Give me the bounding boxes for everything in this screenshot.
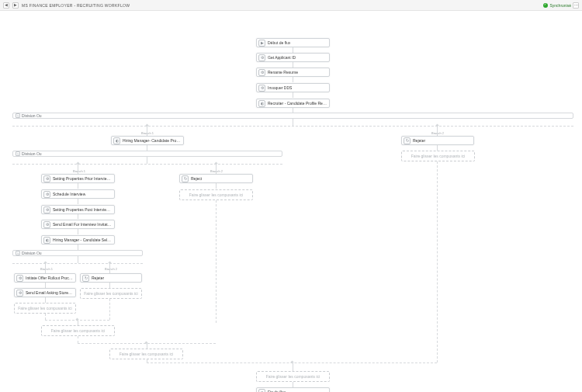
wrench-icon: ⚙ <box>43 175 50 182</box>
node-hiring-mgr-sel[interactable]: ◐Hiring Manager - Candidate Selection <box>41 235 115 245</box>
sync-status: Synchronisé <box>543 3 571 8</box>
node-send-email-store[interactable]: ⚙Send Email Asking Store Data... <box>14 288 76 297</box>
check-icon <box>543 3 548 8</box>
node-rejeter-1[interactable]: ↻Rejeter <box>401 136 474 145</box>
node-recruiter-review[interactable]: ◐Recruiter - Candidate Profile Review <box>256 99 330 108</box>
gear-icon: ⚙ <box>258 85 265 92</box>
node-schedule-interview[interactable]: ⚙Schedule Interview <box>41 189 115 199</box>
drop-zone[interactable]: Faire glisser les composants ici <box>179 189 253 200</box>
node-invoquer-dds[interactable]: ⚙Invoquer DDS <box>256 83 330 92</box>
sync-label: Synchronisé <box>549 3 571 8</box>
wrench-icon: ⚙ <box>43 206 50 213</box>
node-get-applicant[interactable]: ⚙Get Applicant ID <box>256 53 330 62</box>
reload-icon: ↻ <box>182 175 189 182</box>
node-end[interactable]: ■Fin de flux <box>256 387 330 392</box>
node-initiate-offer[interactable]: ⚙Initiate Offer Rollout Process <box>14 273 76 283</box>
wrench-icon: ⚙ <box>43 191 50 198</box>
user-icon: ◐ <box>113 137 120 144</box>
wrench-icon: ⚙ <box>16 290 23 297</box>
reload-icon: ↻ <box>404 137 411 144</box>
user-icon: ◐ <box>43 237 50 244</box>
top-toolbar: ◀ ▶ MS FINANCE EMPLOYER - RECRUITING WOR… <box>0 0 582 11</box>
node-set-props-post[interactable]: ⚙Setting Properties Post Interview Schec… <box>41 205 115 214</box>
node-reject[interactable]: ↻Reject <box>179 174 253 183</box>
node-start[interactable]: ▶Début de flux <box>256 38 330 47</box>
wrench-icon: ⚙ <box>16 275 23 282</box>
branch-icon: ⑂ <box>16 113 20 118</box>
drop-zone[interactable]: Faire glisser les composants ici <box>80 288 142 299</box>
wrench-icon: ⚙ <box>258 54 265 61</box>
branch-icon: ⑂ <box>16 151 20 156</box>
branch-label: Branch 2 <box>210 169 223 173</box>
drop-zone[interactable]: Faire glisser les composants ici <box>14 303 76 314</box>
stop-icon: ■ <box>258 389 265 393</box>
workflow-title: MS FINANCE EMPLOYER - RECRUITING WORKFLO… <box>22 3 130 8</box>
split-or-1[interactable]: ⑂Division Ou <box>12 113 573 119</box>
node-set-props-prior[interactable]: ⚙Setting Properties Prior Interview Sche… <box>41 174 115 183</box>
branch-label: Branch 1 <box>73 169 85 173</box>
split-or-3[interactable]: ⑂Division Ou <box>12 250 143 256</box>
play-icon: ▶ <box>258 40 265 47</box>
play-button[interactable]: ▶ <box>12 2 19 9</box>
settings-button[interactable]: ⋯ <box>573 2 579 9</box>
drop-zone[interactable]: Faire glisser les composants ici <box>109 349 183 359</box>
branch-label: Branch 1 <box>40 267 53 271</box>
node-rename-resume[interactable]: ⚙Rename Resume <box>256 68 330 77</box>
reload-icon: ↻ <box>82 275 89 282</box>
drop-zone[interactable]: Faire glisser les composants ici <box>401 151 475 161</box>
node-hiring-mgr-review[interactable]: ◐Hiring Manager- Candidate Profile Revi.… <box>111 136 184 145</box>
wrench-icon: ⚙ <box>258 69 265 76</box>
user-icon: ◐ <box>258 100 265 107</box>
branch-icon: ⑂ <box>16 251 20 255</box>
workflow-canvas[interactable]: ▶Début de flux ⚙Get Applicant ID ⚙Rename… <box>0 11 582 392</box>
back-button[interactable]: ◀ <box>3 2 9 9</box>
split-or-2[interactable]: ⑂Division Ou <box>12 151 282 157</box>
wrench-icon: ⚙ <box>43 221 50 228</box>
node-rejeter-2[interactable]: ↻Rejeter <box>80 273 142 283</box>
branch-label: Branch 2 <box>431 131 444 135</box>
branch-label: Branch 1 <box>141 131 154 135</box>
node-send-email-inv[interactable]: ⚙Send Email For Interview Invitation <box>41 220 115 229</box>
drop-zone[interactable]: Faire glisser les composants ici <box>256 371 330 382</box>
drop-zone[interactable]: Faire glisser les composants ici <box>41 325 115 336</box>
branch-label: Branch 2 <box>105 267 117 271</box>
